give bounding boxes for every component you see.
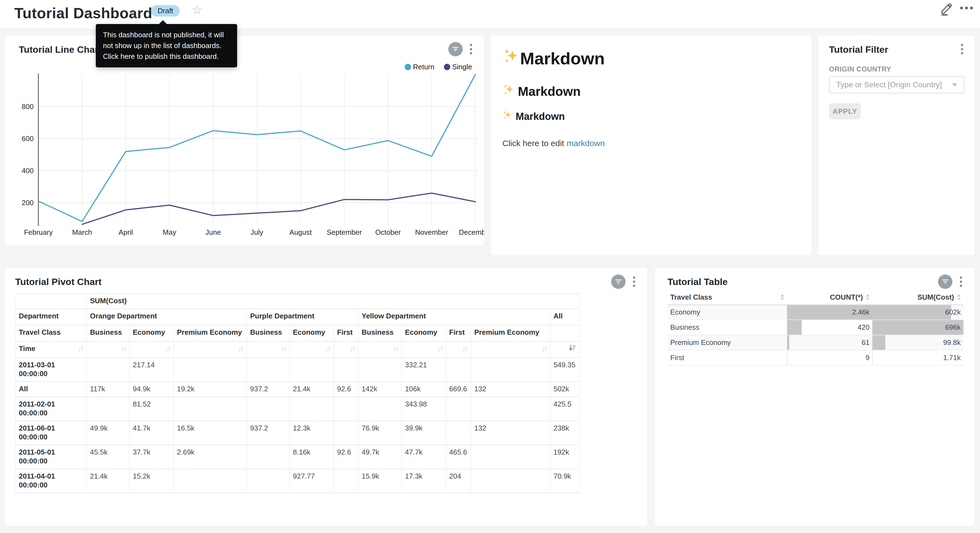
table-kebab-menu-icon[interactable] [956,274,966,289]
markdown-card: Markdown Markdown Markdown Click here to… [491,35,811,255]
sort-icon[interactable]: ↓↑ [238,345,243,353]
pivot-value-cell [173,469,247,493]
pivot-value-cell: 669.6 [446,381,471,397]
table-row: Business420696k [668,320,963,335]
pivot-value-cell: 15.9k [358,469,402,493]
filter-card-title: Tutorial Filter [829,44,888,55]
sort-icon[interactable]: ↓↑ [121,345,126,353]
sort-icon[interactable]: ↓↑ [462,345,467,353]
pivot-value-cell [173,357,247,381]
sort-icon[interactable]: ↓↑ [281,345,286,353]
pivot-travel-class-header: First [446,325,471,342]
favorite-star-icon[interactable]: ☆ [192,3,202,17]
pivot-filter-indicator-icon[interactable] [611,274,625,289]
pivot-value-cell [446,397,471,421]
pivot-value-cell: 12.3k [290,421,334,445]
cell-bar [787,335,789,350]
sort-icon[interactable]: ↓↑ [437,345,442,353]
x-axis-label: June [205,228,221,236]
pivot-department-header: Purple Department [247,309,358,325]
pivot-empty-cell [550,325,580,342]
sum-cell: 99.8k [872,335,963,350]
edit-dashboard-icon[interactable] [940,2,953,16]
table-column-header[interactable]: SUM(Cost) [872,290,963,305]
sort-icon[interactable]: ↓↑ [393,345,398,353]
sort-icon[interactable]: ↓↑ [78,344,83,353]
x-axis-label: February [24,228,53,236]
x-axis-label: August [289,228,312,236]
series-line-single[interactable] [82,193,476,224]
pivot-value-cell: 343.98 [402,397,446,421]
origin-country-select[interactable]: Type or Select [Origin Country] [829,76,964,93]
pivot-value-cell: 117k [87,381,129,397]
pivot-value-cell: 19.2k [173,381,247,397]
pivot-sort-cell: ↓↑ [334,342,358,357]
dashboard-menu-icon[interactable] [960,6,973,10]
travel-class-cell: Business [668,320,787,335]
apply-button[interactable]: APPLY [829,103,861,119]
pivot-value-cell: 132 [471,381,550,397]
pivot-value-cell: 21.4k [290,381,334,397]
cell-bar [787,351,788,365]
publish-tooltip: This dashboard is not published, it will… [96,24,237,67]
markdown-h2: Markdown [503,83,800,99]
pivot-kebab-menu-icon[interactable] [629,274,639,289]
pivot-value-cell [247,357,290,381]
sum-cell: 602k [872,305,963,320]
pivot-value-cell: 142k [358,381,402,397]
table-filter-indicator-icon[interactable] [938,274,952,289]
cell-bar [872,351,873,365]
pivot-value-cell [334,397,358,421]
pivot-value-cell: 549.35 [550,357,580,381]
pivot-row-label: 2011-03-0100:00:00 [16,357,87,381]
pivot-row-label: 2011-06-0100:00:00 [16,421,87,445]
sort-icon[interactable]: ↓↑ [325,345,330,353]
pivot-chart-title: Tutorial Pivot Chart [15,276,102,287]
pivot-value-cell: 45.5k [87,445,129,469]
pivot-value-cell [334,357,358,381]
pivot-value-cell: 37.7k [129,445,173,469]
sparkles-icon [503,48,520,69]
pivot-sort-cell: ↓↑ [358,342,402,357]
sort-icon[interactable]: ↓↑ [542,345,547,353]
pivot-value-cell: 94.9k [129,381,173,397]
origin-country-label: ORIGIN COUNTRY [829,65,891,73]
pivot-value-cell: 76.9k [358,421,402,445]
tooltip-line: Click here to publish this dashboard. [103,51,230,62]
travel-class-cell: First [668,350,787,365]
pivot-time-label: Time↓↑ [16,342,87,357]
pivot-sort-cell: ↓↑ [402,342,446,357]
sparkles-icon [503,83,515,99]
chevron-down-icon [952,83,957,86]
sort-carets-icon [780,294,784,300]
sort-carets-icon [957,294,961,300]
pivot-value-cell [87,397,129,421]
pivot-row-label: 2011-02-0100:00:00 [16,397,87,421]
pivot-value-cell: 8.16k [290,445,334,469]
pivot-value-cell: 15.2k [129,469,173,493]
pivot-value-cell [471,445,550,469]
pivot-corner-cell [16,294,87,309]
pivot-value-cell: 21.4k [87,469,129,493]
table-column-header[interactable]: COUNT(*) [787,290,872,305]
draft-status-badge[interactable]: Draft [151,5,180,17]
pivot-value-cell: 47.7k [402,445,446,469]
table-card: Tutorial Table Travel ClassCOUNT(*)SUM(C… [655,268,975,526]
x-axis-label: September [327,228,362,236]
y-axis-label: 200 [22,199,34,207]
line-chart: FebruaryMarchAprilMayJuneJulyAugustSepte… [5,35,484,246]
table-column-header[interactable]: Travel Class [668,290,787,305]
x-axis-label: December [459,228,484,236]
edit-markdown-link[interactable]: markdown [566,139,605,148]
pivot-sort-cell: ↓↑ [173,342,247,357]
sort-icon[interactable]: ↓↑ [165,345,170,353]
pivot-value-cell [446,421,471,445]
pivot-sort-cell: ↓↑ [87,342,129,357]
pivot-sort-cell: ↓↑ [290,342,334,357]
x-axis-label: May [162,228,176,236]
pivot-value-cell: 937.2 [247,381,290,397]
line-chart-card: Tutorial Line Chart ReturnSingle Februar… [5,35,484,246]
sort-icon[interactable]: ↓↑ [350,345,355,353]
filter-card: Tutorial Filter ORIGIN COUNTRY Type or S… [818,35,975,255]
filter-kebab-menu-icon[interactable] [957,42,967,56]
